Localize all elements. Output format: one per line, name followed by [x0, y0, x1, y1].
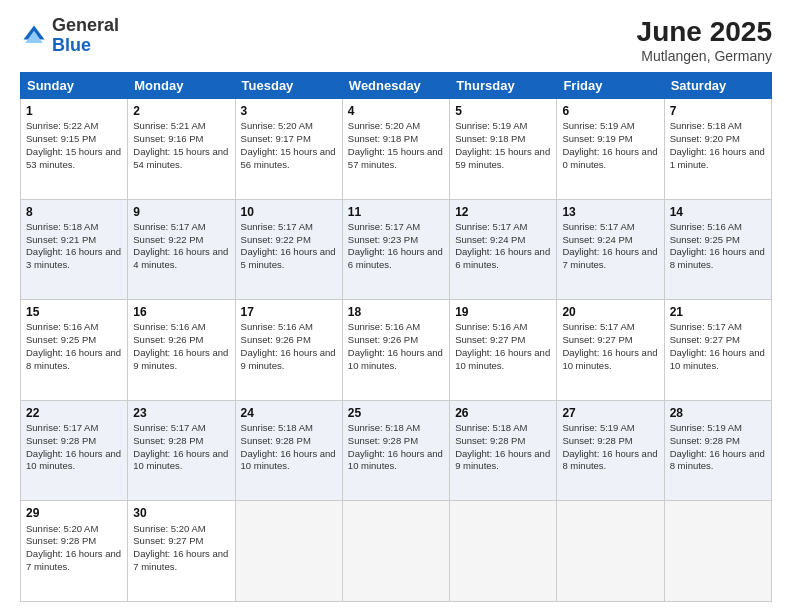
calendar-week-row: 15Sunrise: 5:16 AM Sunset: 9:25 PM Dayli…	[21, 300, 772, 401]
day-number: 3	[241, 103, 337, 119]
day-info: Sunrise: 5:18 AM Sunset: 9:28 PM Dayligh…	[241, 422, 339, 471]
calendar-week-row: 22Sunrise: 5:17 AM Sunset: 9:28 PM Dayli…	[21, 400, 772, 501]
day-info: Sunrise: 5:16 AM Sunset: 9:25 PM Dayligh…	[26, 321, 124, 370]
calendar-cell: 5Sunrise: 5:19 AM Sunset: 9:18 PM Daylig…	[450, 99, 557, 200]
day-number: 18	[348, 304, 444, 320]
calendar-cell	[235, 501, 342, 602]
title-block: June 2025 Mutlangen, Germany	[637, 16, 772, 64]
day-number: 6	[562, 103, 658, 119]
calendar-cell: 30Sunrise: 5:20 AM Sunset: 9:27 PM Dayli…	[128, 501, 235, 602]
calendar-cell: 25Sunrise: 5:18 AM Sunset: 9:28 PM Dayli…	[342, 400, 449, 501]
day-info: Sunrise: 5:20 AM Sunset: 9:17 PM Dayligh…	[241, 120, 339, 169]
day-number: 11	[348, 204, 444, 220]
day-number: 29	[26, 505, 122, 521]
day-info: Sunrise: 5:22 AM Sunset: 9:15 PM Dayligh…	[26, 120, 124, 169]
calendar-cell: 15Sunrise: 5:16 AM Sunset: 9:25 PM Dayli…	[21, 300, 128, 401]
calendar-cell: 16Sunrise: 5:16 AM Sunset: 9:26 PM Dayli…	[128, 300, 235, 401]
calendar-cell: 6Sunrise: 5:19 AM Sunset: 9:19 PM Daylig…	[557, 99, 664, 200]
calendar-cell: 22Sunrise: 5:17 AM Sunset: 9:28 PM Dayli…	[21, 400, 128, 501]
day-number: 23	[133, 405, 229, 421]
day-number: 30	[133, 505, 229, 521]
day-info: Sunrise: 5:17 AM Sunset: 9:28 PM Dayligh…	[26, 422, 124, 471]
day-info: Sunrise: 5:17 AM Sunset: 9:27 PM Dayligh…	[562, 321, 660, 370]
day-number: 28	[670, 405, 766, 421]
calendar-cell: 20Sunrise: 5:17 AM Sunset: 9:27 PM Dayli…	[557, 300, 664, 401]
day-number: 1	[26, 103, 122, 119]
calendar-cell: 13Sunrise: 5:17 AM Sunset: 9:24 PM Dayli…	[557, 199, 664, 300]
calendar-day-header: Saturday	[664, 73, 771, 99]
calendar-cell: 29Sunrise: 5:20 AM Sunset: 9:28 PM Dayli…	[21, 501, 128, 602]
header: General Blue June 2025 Mutlangen, German…	[20, 16, 772, 64]
day-info: Sunrise: 5:18 AM Sunset: 9:28 PM Dayligh…	[348, 422, 446, 471]
day-info: Sunrise: 5:19 AM Sunset: 9:18 PM Dayligh…	[455, 120, 553, 169]
day-info: Sunrise: 5:16 AM Sunset: 9:26 PM Dayligh…	[348, 321, 446, 370]
calendar-cell	[557, 501, 664, 602]
calendar-cell: 11Sunrise: 5:17 AM Sunset: 9:23 PM Dayli…	[342, 199, 449, 300]
day-number: 13	[562, 204, 658, 220]
calendar-cell: 28Sunrise: 5:19 AM Sunset: 9:28 PM Dayli…	[664, 400, 771, 501]
day-number: 12	[455, 204, 551, 220]
day-info: Sunrise: 5:19 AM Sunset: 9:28 PM Dayligh…	[562, 422, 660, 471]
day-info: Sunrise: 5:19 AM Sunset: 9:19 PM Dayligh…	[562, 120, 660, 169]
day-info: Sunrise: 5:17 AM Sunset: 9:28 PM Dayligh…	[133, 422, 231, 471]
calendar-day-header: Sunday	[21, 73, 128, 99]
day-number: 16	[133, 304, 229, 320]
day-info: Sunrise: 5:17 AM Sunset: 9:27 PM Dayligh…	[670, 321, 768, 370]
day-info: Sunrise: 5:16 AM Sunset: 9:25 PM Dayligh…	[670, 221, 768, 270]
calendar-cell: 9Sunrise: 5:17 AM Sunset: 9:22 PM Daylig…	[128, 199, 235, 300]
day-info: Sunrise: 5:17 AM Sunset: 9:22 PM Dayligh…	[241, 221, 339, 270]
calendar: SundayMondayTuesdayWednesdayThursdayFrid…	[20, 72, 772, 602]
calendar-week-row: 29Sunrise: 5:20 AM Sunset: 9:28 PM Dayli…	[21, 501, 772, 602]
calendar-cell: 18Sunrise: 5:16 AM Sunset: 9:26 PM Dayli…	[342, 300, 449, 401]
day-number: 8	[26, 204, 122, 220]
calendar-cell	[664, 501, 771, 602]
day-number: 20	[562, 304, 658, 320]
calendar-cell: 7Sunrise: 5:18 AM Sunset: 9:20 PM Daylig…	[664, 99, 771, 200]
calendar-cell: 10Sunrise: 5:17 AM Sunset: 9:22 PM Dayli…	[235, 199, 342, 300]
day-number: 27	[562, 405, 658, 421]
calendar-cell: 14Sunrise: 5:16 AM Sunset: 9:25 PM Dayli…	[664, 199, 771, 300]
day-number: 17	[241, 304, 337, 320]
day-info: Sunrise: 5:18 AM Sunset: 9:21 PM Dayligh…	[26, 221, 124, 270]
day-info: Sunrise: 5:16 AM Sunset: 9:26 PM Dayligh…	[133, 321, 231, 370]
day-number: 4	[348, 103, 444, 119]
day-info: Sunrise: 5:17 AM Sunset: 9:23 PM Dayligh…	[348, 221, 446, 270]
calendar-cell: 8Sunrise: 5:18 AM Sunset: 9:21 PM Daylig…	[21, 199, 128, 300]
calendar-cell: 27Sunrise: 5:19 AM Sunset: 9:28 PM Dayli…	[557, 400, 664, 501]
day-number: 22	[26, 405, 122, 421]
day-info: Sunrise: 5:19 AM Sunset: 9:28 PM Dayligh…	[670, 422, 768, 471]
day-number: 9	[133, 204, 229, 220]
calendar-day-header: Tuesday	[235, 73, 342, 99]
day-number: 26	[455, 405, 551, 421]
month-title: June 2025	[637, 16, 772, 48]
calendar-cell: 24Sunrise: 5:18 AM Sunset: 9:28 PM Dayli…	[235, 400, 342, 501]
logo-text: General Blue	[52, 16, 119, 56]
day-info: Sunrise: 5:16 AM Sunset: 9:27 PM Dayligh…	[455, 321, 553, 370]
logo: General Blue	[20, 16, 119, 56]
logo-general: General	[52, 15, 119, 35]
logo-icon	[20, 22, 48, 50]
calendar-cell: 26Sunrise: 5:18 AM Sunset: 9:28 PM Dayli…	[450, 400, 557, 501]
day-number: 2	[133, 103, 229, 119]
day-number: 15	[26, 304, 122, 320]
day-info: Sunrise: 5:17 AM Sunset: 9:24 PM Dayligh…	[455, 221, 553, 270]
calendar-cell: 19Sunrise: 5:16 AM Sunset: 9:27 PM Dayli…	[450, 300, 557, 401]
calendar-header-row: SundayMondayTuesdayWednesdayThursdayFrid…	[21, 73, 772, 99]
calendar-cell: 12Sunrise: 5:17 AM Sunset: 9:24 PM Dayli…	[450, 199, 557, 300]
day-number: 19	[455, 304, 551, 320]
day-info: Sunrise: 5:17 AM Sunset: 9:22 PM Dayligh…	[133, 221, 231, 270]
day-number: 21	[670, 304, 766, 320]
page: General Blue June 2025 Mutlangen, German…	[0, 0, 792, 612]
day-info: Sunrise: 5:20 AM Sunset: 9:18 PM Dayligh…	[348, 120, 446, 169]
day-info: Sunrise: 5:20 AM Sunset: 9:28 PM Dayligh…	[26, 523, 124, 572]
day-info: Sunrise: 5:18 AM Sunset: 9:20 PM Dayligh…	[670, 120, 768, 169]
calendar-cell: 1Sunrise: 5:22 AM Sunset: 9:15 PM Daylig…	[21, 99, 128, 200]
day-number: 24	[241, 405, 337, 421]
day-number: 7	[670, 103, 766, 119]
calendar-cell: 17Sunrise: 5:16 AM Sunset: 9:26 PM Dayli…	[235, 300, 342, 401]
calendar-day-header: Thursday	[450, 73, 557, 99]
calendar-day-header: Friday	[557, 73, 664, 99]
calendar-day-header: Wednesday	[342, 73, 449, 99]
location: Mutlangen, Germany	[637, 48, 772, 64]
calendar-cell: 4Sunrise: 5:20 AM Sunset: 9:18 PM Daylig…	[342, 99, 449, 200]
